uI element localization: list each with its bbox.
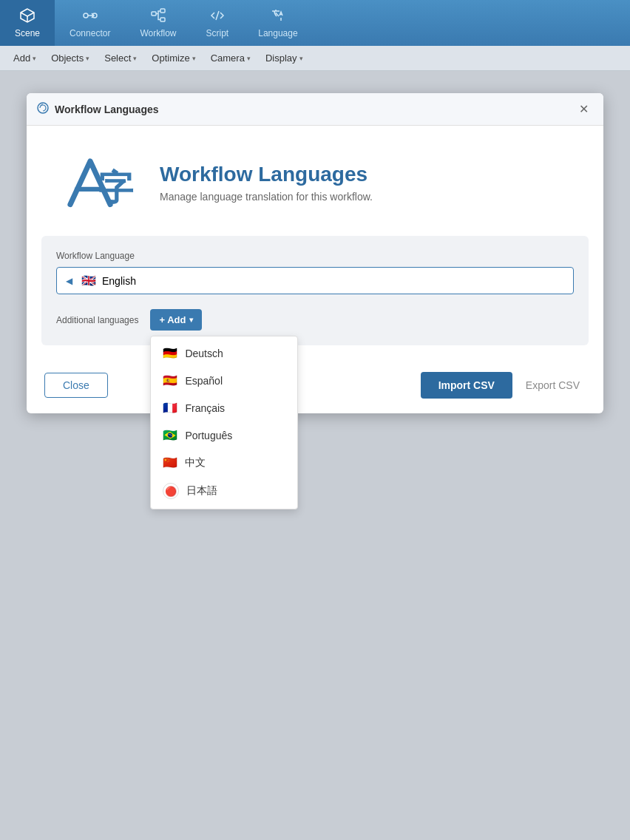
deutsch-flag: 🇩🇪 (163, 346, 177, 360)
menu-optimize-label: Optimize (152, 52, 189, 64)
language-icon (270, 7, 286, 26)
svg-rect-2 (152, 12, 156, 16)
espanol-flag: 🇪🇸 (163, 373, 177, 387)
menu-select[interactable]: Select ▾ (98, 50, 143, 67)
toolbar-script-label: Script (206, 28, 229, 38)
workflow-languages-dialog: Workflow Languages ✕ 字 Workflow Language… (27, 93, 603, 413)
main-content: Workflow Languages ✕ 字 Workflow Language… (0, 71, 630, 840)
menu-bar: Add ▾ Objects ▾ Select ▾ Optimize ▾ Came… (0, 46, 630, 71)
menu-display-arrow: ▾ (299, 55, 303, 62)
dropdown-item-chinese[interactable]: 🇨🇳 中文 (151, 449, 297, 476)
japanese-label: 日本語 (186, 484, 217, 498)
francais-label: Français (185, 402, 225, 414)
select-arrow-icon: ◀ (66, 276, 72, 286)
dropdown-item-espanol[interactable]: 🇪🇸 Español (151, 367, 297, 394)
toolbar-language[interactable]: Language (243, 0, 312, 46)
connector-icon (82, 7, 98, 26)
menu-camera[interactable]: Camera ▾ (205, 50, 257, 67)
export-csv-button[interactable]: Export CSV (520, 372, 586, 399)
svg-rect-4 (160, 18, 165, 21)
dialog-title-text: Workflow Languages (55, 104, 159, 115)
toolbar-scene[interactable]: Scene (0, 0, 55, 46)
workflow-language-label: Workflow Language (56, 251, 574, 261)
dialog-titlebar: Workflow Languages ✕ (27, 93, 603, 126)
toolbar-workflow-label: Workflow (140, 28, 176, 38)
toolbar-connector[interactable]: Connector (55, 0, 125, 46)
footer-right: Import CSV Export CSV (421, 372, 586, 399)
portugues-flag: 🇧🇷 (163, 428, 177, 442)
dialog-header-text: Workflow Languages Manage language trans… (160, 163, 373, 203)
menu-select-label: Select (104, 52, 131, 64)
main-toolbar: Scene Connector Workflow (0, 0, 630, 46)
menu-camera-label: Camera (211, 52, 245, 64)
svg-text:字: 字 (98, 168, 134, 207)
portugues-label: Português (185, 430, 232, 441)
francais-flag: 🇫🇷 (163, 401, 177, 415)
dialog-header-title: Workflow Languages (160, 163, 373, 186)
menu-objects-arrow: ▾ (86, 55, 89, 62)
script-icon (209, 7, 226, 26)
dialog-footer: Close Import CSV Export CSV (27, 360, 603, 413)
menu-add-arrow: ▾ (33, 55, 36, 62)
dialog-title-icon (37, 102, 49, 117)
espanol-label: Español (185, 375, 223, 387)
deutsch-label: Deutsch (185, 348, 223, 359)
dialog-header: 字 Workflow Languages Manage language tra… (27, 126, 603, 236)
menu-optimize[interactable]: Optimize ▾ (146, 50, 201, 67)
toolbar-workflow[interactable]: Workflow (125, 0, 191, 46)
toolbar-scene-label: Scene (15, 28, 40, 38)
menu-select-arrow: ▾ (133, 55, 137, 62)
close-button[interactable]: Close (44, 373, 108, 398)
japanese-flag: 🔴 (163, 483, 179, 499)
chinese-flag: 🇨🇳 (163, 455, 177, 470)
dropdown-item-portugues[interactable]: 🇧🇷 Português (151, 421, 297, 449)
menu-objects[interactable]: Objects ▾ (45, 50, 95, 67)
dropdown-item-japanese[interactable]: 🔴 日本語 (151, 476, 297, 506)
selected-language-text: English (102, 275, 136, 287)
menu-camera-arrow: ▾ (247, 55, 251, 62)
dialog-close-button[interactable]: ✕ (575, 101, 593, 118)
svg-rect-3 (160, 9, 165, 13)
language-dropdown-menu: 🇩🇪 Deutsch 🇪🇸 Español 🇫🇷 Français (150, 336, 298, 509)
toolbar-script[interactable]: Script (192, 0, 244, 46)
dropdown-item-deutsch[interactable]: 🇩🇪 Deutsch (151, 339, 297, 367)
toolbar-connector-label: Connector (70, 28, 110, 38)
english-flag: 🇬🇧 (81, 274, 96, 288)
workflow-icon (150, 7, 166, 26)
add-language-button[interactable]: + Add ▾ (150, 309, 202, 331)
svg-point-0 (84, 13, 88, 18)
dialog-body: Workflow Language ◀ 🇬🇧 English Additiona… (41, 236, 589, 345)
dialog-header-icon: 字 (56, 148, 138, 217)
menu-display[interactable]: Display ▾ (260, 50, 309, 67)
menu-display-label: Display (265, 52, 297, 64)
add-dropdown-container: + Add ▾ 🇩🇪 Deutsch 🇪🇸 Español (150, 309, 202, 331)
language-select[interactable]: ◀ 🇬🇧 English (56, 267, 574, 294)
add-button-label: + Add (159, 314, 186, 325)
chinese-label: 中文 (185, 456, 206, 470)
additional-languages-label: Additional languages (56, 309, 138, 325)
scene-icon (19, 7, 35, 26)
menu-add-label: Add (13, 52, 30, 64)
menu-optimize-arrow: ▾ (192, 55, 196, 62)
toolbar-language-label: Language (258, 28, 297, 38)
additional-languages-row: Additional languages + Add ▾ 🇩🇪 Deutsch (56, 309, 574, 331)
dialog-header-subtitle: Manage language translation for this wor… (160, 191, 373, 203)
menu-objects-label: Objects (51, 52, 84, 64)
dialog-title-left: Workflow Languages (37, 102, 159, 117)
import-csv-button[interactable]: Import CSV (421, 372, 512, 399)
dropdown-item-francais[interactable]: 🇫🇷 Français (151, 394, 297, 421)
add-button-chevron: ▾ (189, 316, 193, 324)
menu-add[interactable]: Add ▾ (7, 50, 42, 67)
